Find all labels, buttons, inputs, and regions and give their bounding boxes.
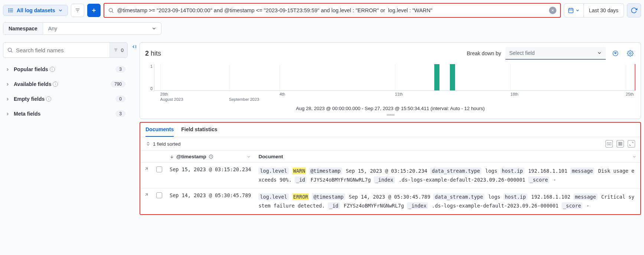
category-label: Popular fieldsi <box>14 66 112 72</box>
svg-line-20 <box>11 51 12 52</box>
field-key: _index <box>407 202 428 209</box>
field-key: message <box>573 193 598 200</box>
field-value: logs <box>485 168 497 174</box>
field-value: Sep 15, 2023 @ 03:15:20.234 <box>346 168 427 174</box>
filter-icon <box>114 48 118 52</box>
category-count: 0 <box>115 96 125 102</box>
field-search: 0 <box>3 42 128 58</box>
expand-row-button[interactable] <box>140 188 153 214</box>
field-value: - <box>553 177 556 183</box>
filter-toggle-button[interactable] <box>71 4 84 17</box>
field-value: FZYSz4oBMYFrNGNwRL7g <box>344 203 404 209</box>
plot-area: 28thAugust 2023September 20234th11th18th… <box>154 64 635 91</box>
top-bar: All log datasets Last 30 days <box>0 0 644 21</box>
field-key: _id <box>328 202 340 209</box>
field-category[interactable]: Available fieldsi 790 <box>3 78 128 90</box>
row-document: log.level WARN@timestamp Sep 15, 2023 @ … <box>255 163 640 189</box>
namespace-selector[interactable]: Namespace Any <box>3 22 161 35</box>
x-tick: 4th <box>279 92 285 96</box>
date-range-label: Last 30 days <box>589 7 618 13</box>
column-timestamp[interactable]: @timestamp <box>166 151 255 163</box>
table-row: Sep 15, 2023 @ 03:15:20.234 log.level WA… <box>140 163 640 189</box>
svg-rect-15 <box>569 9 573 13</box>
x-tick: 28th <box>160 92 168 96</box>
chart-settings-button[interactable] <box>625 48 635 59</box>
breakdown-placeholder: Select field <box>509 50 535 56</box>
info-icon: i <box>53 82 58 87</box>
panel-header: 2 hits Break down by Select field <box>140 43 641 64</box>
svg-point-3 <box>9 9 9 9</box>
keyboard-icon[interactable] <box>605 140 613 148</box>
sort-label[interactable]: 1 field sorted <box>153 141 180 147</box>
field-key: data_stream.type <box>430 168 481 174</box>
namespace-row: Namespace Any <box>0 21 644 39</box>
documents-table: @timestamp Document <box>140 150 640 214</box>
field-key: @timestamp <box>309 168 342 174</box>
expand-row-button[interactable] <box>140 163 153 189</box>
query-input[interactable] <box>117 7 546 13</box>
field-category[interactable]: Popular fieldsi 3 <box>3 63 128 76</box>
svg-point-5 <box>9 11 9 12</box>
add-filter-button[interactable] <box>87 4 101 17</box>
chevron-right-icon <box>5 112 10 116</box>
svg-point-26 <box>615 53 616 54</box>
tab-field-statistics[interactable]: Field statistics <box>181 126 217 137</box>
field-value: .ds-logs-example-default-2023.09.26-0000… <box>432 203 558 209</box>
refresh-button[interactable] <box>627 3 641 17</box>
tab-documents[interactable]: Documents <box>146 126 174 137</box>
edit-visualization-button[interactable] <box>610 48 621 59</box>
collapse-sidebar-button[interactable] <box>131 39 140 50</box>
sort-bar: 1 field sorted <box>140 137 640 150</box>
hits-count: 2 hits <box>145 50 161 57</box>
category-label: Empty fieldsi <box>14 96 112 102</box>
svg-rect-28 <box>607 142 611 145</box>
field-value: .ds-logs-example-default-2023.09.26-0000… <box>399 177 525 183</box>
histogram-bar[interactable] <box>450 64 455 90</box>
result-tabs: Documents Field statistics <box>140 123 640 137</box>
category-label: Meta fields <box>14 111 112 117</box>
field-value: WARN <box>292 168 306 174</box>
field-key: _index <box>374 176 395 183</box>
date-picker-quick-button[interactable] <box>564 3 584 17</box>
field-filter-count-value: 0 <box>121 47 124 53</box>
documents-panel: Documents Field statistics 1 field sorte… <box>140 122 641 215</box>
column-document[interactable]: Document <box>255 151 640 163</box>
field-filter-count[interactable]: 0 <box>109 43 127 57</box>
resize-handle[interactable]: ══ <box>140 113 641 119</box>
category-count: 790 <box>111 81 125 87</box>
search-icon <box>108 7 114 13</box>
histogram-chart[interactable]: 10 28thAugust 2023September 20234th11th1… <box>145 64 635 97</box>
field-key: host.ip <box>500 168 524 174</box>
category-count: 3 <box>115 66 125 73</box>
query-bar <box>104 3 560 18</box>
field-search-input[interactable] <box>16 47 109 53</box>
chevron-right-icon <box>5 82 10 87</box>
field-key: log.level <box>258 168 288 174</box>
field-categories: Popular fieldsi 3 Available fieldsi 790 … <box>3 63 128 120</box>
x-tick: 11th <box>395 92 403 96</box>
y-axis: 10 <box>145 64 153 91</box>
svg-line-12 <box>112 11 114 13</box>
namespace-label: Namespace <box>3 23 43 34</box>
dataset-selector[interactable]: All log datasets <box>3 5 68 16</box>
time-cursor <box>635 64 635 90</box>
histogram-bar[interactable] <box>434 64 439 90</box>
density-icon[interactable] <box>617 140 624 148</box>
x-tick: 18th <box>510 92 518 96</box>
main-area: 0 Popular fieldsi 3 Available fieldsi 79… <box>0 39 644 215</box>
row-checkbox[interactable] <box>156 166 162 172</box>
field-key: _score <box>562 202 583 209</box>
field-category[interactable]: Meta fields 3 <box>3 107 128 120</box>
clear-query-button[interactable] <box>549 7 556 14</box>
x-tick-sub: September 2023 <box>229 97 259 102</box>
fullscreen-icon[interactable] <box>628 140 635 148</box>
row-checkbox[interactable] <box>156 192 162 198</box>
field-value: ERROR <box>292 193 309 200</box>
x-tick-sub: August 2023 <box>160 97 183 102</box>
chevron-right-icon <box>5 97 10 102</box>
field-category[interactable]: Empty fieldsi 0 <box>3 93 128 105</box>
date-range-button[interactable]: Last 30 days <box>584 3 624 17</box>
breakdown-select[interactable]: Select field <box>506 47 606 60</box>
field-key: data_stream.type <box>433 193 484 200</box>
namespace-value: Any <box>43 23 147 34</box>
